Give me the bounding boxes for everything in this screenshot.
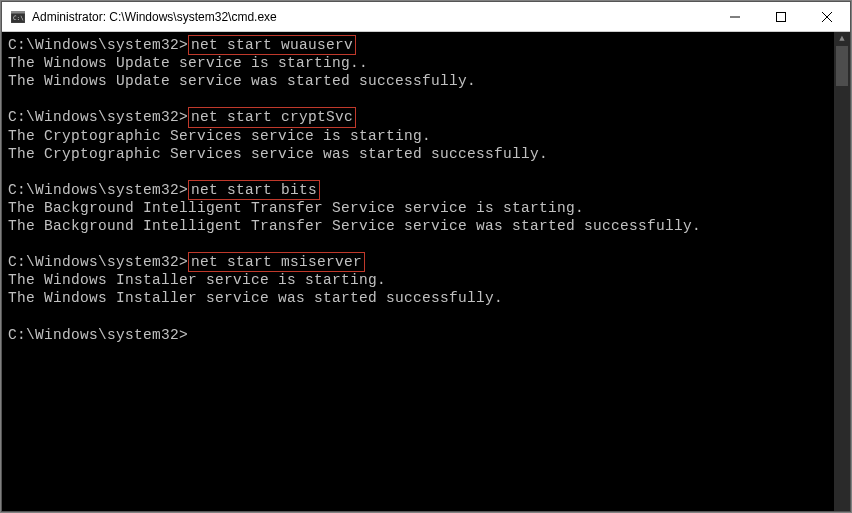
maximize-button[interactable] — [758, 2, 804, 32]
scroll-up-icon[interactable]: ▲ — [834, 32, 850, 46]
prompt: C:\Windows\system32> — [8, 326, 828, 344]
cmd-window: C:\ Administrator: C:\Windows\system32\c… — [1, 1, 851, 512]
svg-text:C:\: C:\ — [13, 14, 24, 21]
output-line: The Windows Installer service was starte… — [8, 289, 828, 307]
window-title: Administrator: C:\Windows\system32\cmd.e… — [32, 10, 712, 24]
scrollbar[interactable]: ▲ — [834, 32, 850, 511]
highlighted-command: net start cryptSvc — [188, 107, 356, 127]
prompt: C:\Windows\system32> — [8, 254, 188, 270]
terminal-output[interactable]: C:\Windows\system32>net start wuauservTh… — [2, 32, 834, 511]
output-line: The Cryptographic Services service is st… — [8, 127, 828, 145]
close-button[interactable] — [804, 2, 850, 32]
command-line: C:\Windows\system32>net start cryptSvc — [8, 108, 828, 126]
output-line: The Windows Update service is starting.. — [8, 54, 828, 72]
cmd-icon: C:\ — [10, 9, 26, 25]
output-line: The Windows Update service was started s… — [8, 72, 828, 90]
highlighted-command: net start wuauserv — [188, 35, 356, 55]
command-line: C:\Windows\system32>net start wuauserv — [8, 36, 828, 54]
prompt: C:\Windows\system32> — [8, 182, 188, 198]
command-line: C:\Windows\system32>net start bits — [8, 181, 828, 199]
titlebar[interactable]: C:\ Administrator: C:\Windows\system32\c… — [2, 2, 850, 32]
terminal-area: C:\Windows\system32>net start wuauservTh… — [2, 32, 850, 511]
command-line: C:\Windows\system32>net start msiserver — [8, 253, 828, 271]
highlighted-command: net start bits — [188, 180, 320, 200]
svg-rect-4 — [777, 13, 786, 22]
prompt: C:\Windows\system32> — [8, 109, 188, 125]
command-block: C:\Windows\system32>net start cryptSvcTh… — [8, 108, 828, 162]
window-controls — [712, 2, 850, 31]
output-line: The Cryptographic Services service was s… — [8, 145, 828, 163]
minimize-button[interactable] — [712, 2, 758, 32]
prompt: C:\Windows\system32> — [8, 37, 188, 53]
output-line: The Windows Installer service is startin… — [8, 271, 828, 289]
command-block: C:\Windows\system32>net start wuauservTh… — [8, 36, 828, 90]
command-block: C:\Windows\system32>net start bitsThe Ba… — [8, 181, 828, 235]
output-line: The Background Intelligent Transfer Serv… — [8, 217, 828, 235]
scroll-thumb[interactable] — [836, 46, 848, 86]
output-line: The Background Intelligent Transfer Serv… — [8, 199, 828, 217]
highlighted-command: net start msiserver — [188, 252, 365, 272]
command-block: C:\Windows\system32>net start msiserverT… — [8, 253, 828, 307]
